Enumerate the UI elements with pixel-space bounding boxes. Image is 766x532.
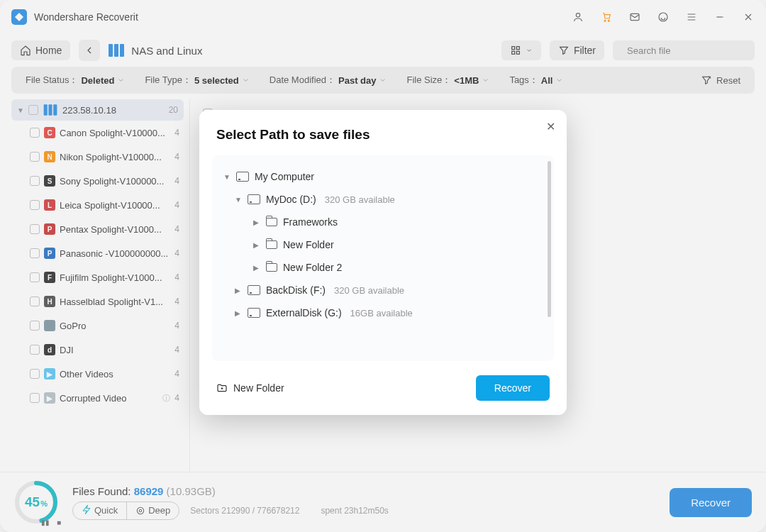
modal-title: Select Path to save files bbox=[199, 110, 567, 155]
new-folder-icon bbox=[216, 382, 228, 394]
save-path-modal: ✕ Select Path to save files ▼My Computer… bbox=[199, 110, 567, 415]
tree-my-computer[interactable]: ▼My Computer bbox=[218, 165, 548, 188]
path-tree: ▼My Computer ▼MyDoc (D:)320 GB available… bbox=[212, 155, 554, 361]
scrollbar[interactable] bbox=[548, 161, 551, 317]
drive-icon bbox=[248, 285, 260, 295]
modal-overlay: ✕ Select Path to save files ▼My Computer… bbox=[0, 0, 766, 532]
drive-icon bbox=[248, 308, 260, 318]
tree-drive-d[interactable]: ▼MyDoc (D:)320 GB available bbox=[218, 188, 548, 211]
tree-folder[interactable]: ▶Frameworks bbox=[218, 211, 548, 233]
modal-recover-button[interactable]: Recover bbox=[476, 375, 550, 401]
folder-outline-icon bbox=[266, 218, 277, 226]
computer-icon bbox=[236, 172, 249, 182]
new-folder-button[interactable]: New Folder bbox=[216, 382, 284, 394]
folder-outline-icon bbox=[266, 240, 277, 249]
tree-drive-g[interactable]: ▶ExternalDisk (G:)16GB available bbox=[218, 301, 548, 324]
tree-drive-f[interactable]: ▶BackDisk (F:)320 GB available bbox=[218, 279, 548, 301]
drive-icon bbox=[248, 194, 260, 204]
tree-folder[interactable]: ▶New Folder bbox=[218, 233, 548, 256]
modal-close-button[interactable]: ✕ bbox=[546, 120, 555, 133]
folder-outline-icon bbox=[266, 263, 277, 272]
tree-folder[interactable]: ▶New Folder 2 bbox=[218, 256, 548, 279]
